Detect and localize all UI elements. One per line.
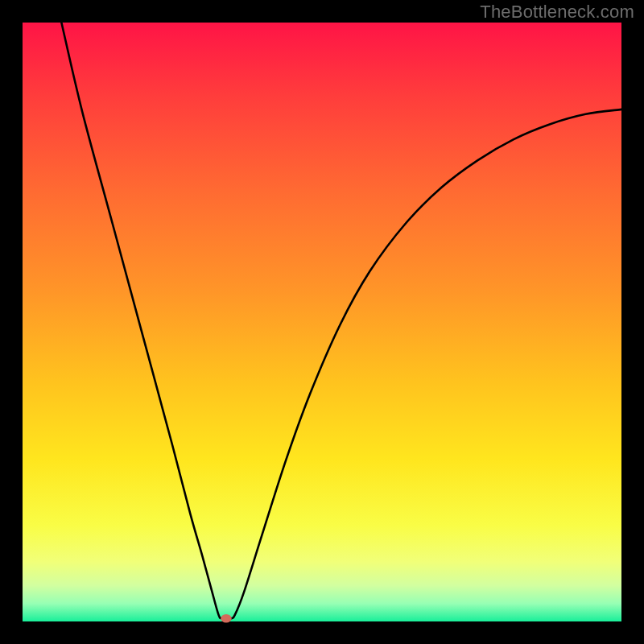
minimum-marker xyxy=(221,614,231,622)
watermark-text: TheBottleneck.com xyxy=(480,2,634,23)
chart-plot-area xyxy=(23,23,621,621)
bottleneck-chart xyxy=(0,0,644,644)
chart-root: TheBottleneck.com xyxy=(0,0,644,644)
